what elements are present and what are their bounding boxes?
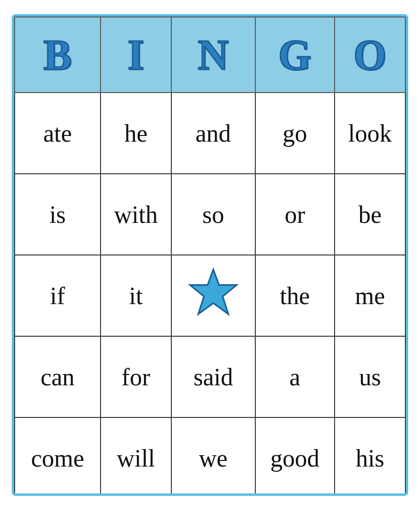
word-cell-0-3: go	[255, 93, 335, 174]
header-o: O	[335, 17, 405, 93]
table-row: ateheandgolook	[15, 93, 405, 174]
table-row: iswithsoorbe	[15, 174, 405, 255]
word-cell-3-3: a	[255, 336, 335, 417]
word-cell-0-1: he	[101, 93, 171, 174]
word-cell-2-4: me	[335, 255, 405, 336]
word-cell-4-1: will	[101, 417, 171, 496]
word-cell-3-4: us	[335, 336, 405, 417]
svg-marker-0	[190, 270, 236, 314]
word-cell-3-2: said	[171, 336, 255, 417]
table-row: comewillwegoodhis	[15, 417, 405, 496]
word-cell-2-1: it	[101, 255, 171, 336]
word-cell-4-3: good	[255, 417, 335, 496]
word-cell-1-3: or	[255, 174, 335, 255]
word-cell-1-4: be	[335, 174, 405, 255]
header-row: B I N G O	[15, 17, 405, 93]
star-icon	[187, 267, 239, 319]
header-i: I	[101, 17, 171, 93]
header-b: B	[15, 17, 101, 93]
bingo-card: B I N G O ateheandgolookiswithsoorbeifit…	[12, 14, 408, 496]
word-cell-1-0: is	[15, 174, 101, 255]
word-cell-4-0: come	[15, 417, 101, 496]
word-cell-4-4: his	[335, 417, 405, 496]
table-row: ifit theme	[15, 255, 405, 336]
word-cell-4-2: we	[171, 417, 255, 496]
word-cell-0-2: and	[171, 93, 255, 174]
word-cell-2-0: if	[15, 255, 101, 336]
word-cell-3-0: can	[15, 336, 101, 417]
word-cell-0-0: ate	[15, 93, 101, 174]
header-g: G	[255, 17, 335, 93]
word-cell-1-1: with	[101, 174, 171, 255]
word-cell-2-3: the	[255, 255, 335, 336]
bingo-table: B I N G O ateheandgolookiswithsoorbeifit…	[14, 17, 406, 496]
free-star-cell	[171, 255, 255, 336]
word-cell-1-2: so	[171, 174, 255, 255]
header-n: N	[171, 17, 255, 93]
word-cell-0-4: look	[335, 93, 405, 174]
bingo-body: ateheandgolookiswithsoorbeifit themecanf…	[15, 93, 405, 496]
table-row: canforsaidaus	[15, 336, 405, 417]
word-cell-3-1: for	[101, 336, 171, 417]
